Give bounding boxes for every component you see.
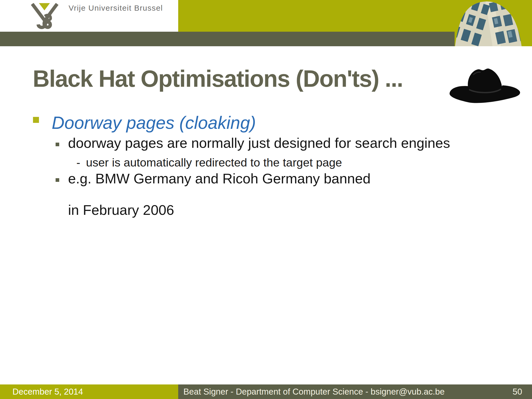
bullet-level2-text: doorway pages are normally just designed… [68, 135, 450, 151]
footer-date: December 5, 2014 [12, 384, 83, 399]
vub-logo-icon [30, 3, 59, 30]
bullet-line2: in February 2006 [68, 202, 174, 218]
footer-page-number: 50 [513, 384, 522, 399]
university-name: Vrije Universiteit Brussel [69, 4, 163, 12]
black-hat-icon [448, 67, 522, 106]
campus-building-photo [455, 0, 532, 46]
square-bullet-icon [33, 117, 39, 123]
footer-credit: Beat Signer - Department of Computer Sci… [183, 384, 445, 399]
square-bullet-icon [56, 178, 59, 182]
page-title: Black Hat Optimisations (Don'ts) ... [33, 65, 403, 92]
bullet-level2-text: e.g. BMW Germany and Ricoh Germany banne… [68, 171, 371, 218]
header-olive-bar [0, 32, 532, 46]
slide: Vrije Universiteit Brussel [0, 0, 532, 399]
dash-bullet: - [76, 156, 80, 169]
bullet-line1: e.g. BMW Germany and Ricoh Germany banne… [68, 171, 371, 186]
bullet-level3-text: user is automatically redirected to the … [86, 156, 342, 169]
square-bullet-icon [56, 143, 59, 146]
bullet-level1-text: Doorway pages (cloaking) [52, 113, 256, 132]
building-illustration [455, 0, 532, 46]
footer-credit-section: Beat Signer - Department of Computer Sci… [178, 384, 532, 399]
footer-date-section: December 5, 2014 [0, 384, 178, 399]
bullet-level3-row: -user is automatically redirected to the… [76, 156, 342, 169]
